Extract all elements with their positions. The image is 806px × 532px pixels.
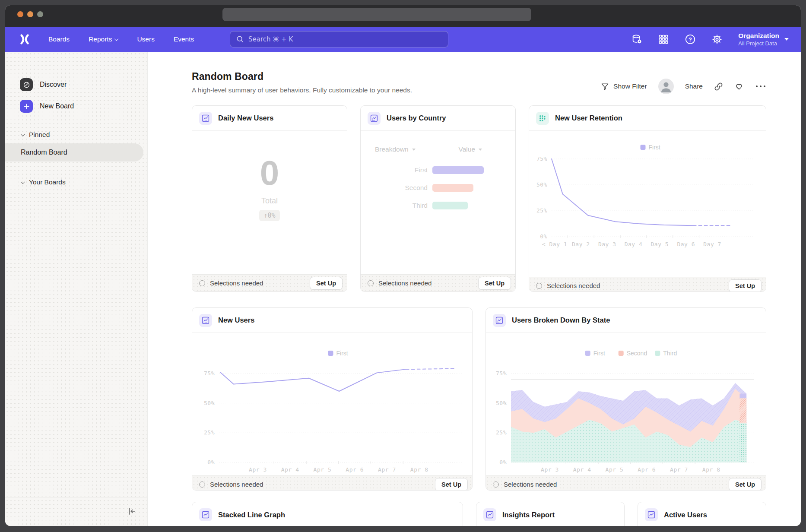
top-nav: Boards Reports Users Events [5, 27, 801, 52]
window-close-button[interactable] [17, 11, 23, 17]
share-button[interactable]: Share [685, 82, 703, 90]
svg-text:Apr 3: Apr 3 [541, 466, 559, 473]
bar-label: First [361, 166, 428, 174]
svg-text:Apr 8: Apr 8 [702, 466, 720, 473]
data-management-icon[interactable] [631, 34, 642, 45]
sidebar-section-pinned[interactable]: Pinned [5, 129, 147, 141]
set-up-button[interactable]: Set Up [435, 478, 468, 491]
avatar[interactable] [658, 79, 674, 94]
cards-row-1: Daily New Users 0 Total ↑0% Selections n… [192, 105, 766, 292]
copy-link-button[interactable] [714, 82, 723, 91]
more-options-button[interactable] [755, 84, 766, 89]
status-text: Selections needed [504, 481, 557, 488]
line-chart-icon [368, 112, 381, 125]
metric-change-badge: ↑0% [259, 210, 279, 221]
card-users-by-state: Users Broken Down By State 0%25%50%75%Ap… [486, 307, 766, 491]
mixpanel-logo-icon[interactable] [19, 34, 30, 45]
metric-label: Total [261, 196, 278, 206]
nav-item-users[interactable]: Users [137, 35, 154, 43]
compass-icon [20, 78, 33, 91]
section-label: Your Boards [29, 178, 66, 186]
nav-item-reports[interactable]: Reports [89, 35, 118, 43]
svg-text:Apr 8: Apr 8 [410, 466, 428, 473]
svg-text:Day 2: Day 2 [572, 241, 590, 247]
search-input[interactable] [248, 35, 442, 43]
card-stacked-line-graph: Stacked Line Graph [192, 502, 463, 526]
window-titlebar [5, 5, 801, 27]
help-icon[interactable]: ? [685, 34, 696, 45]
svg-text:First: First [649, 144, 660, 151]
svg-text:Apr 5: Apr 5 [314, 466, 332, 473]
bar-row: Third [361, 202, 515, 209]
card-header: Daily New Users [192, 106, 347, 131]
stacked-area-chart: 0%25%50%75%Apr 3Apr 4Apr 5Apr 6Apr 7Apr … [486, 333, 766, 474]
card-title: New User Retention [555, 114, 622, 122]
svg-text:75%: 75% [496, 370, 507, 377]
show-filter-button[interactable]: Show Filter [601, 82, 647, 91]
set-up-button[interactable]: Set Up [310, 277, 343, 290]
card-title: Stacked Line Graph [218, 511, 285, 519]
favorite-button[interactable] [734, 82, 744, 91]
svg-text:50%: 50% [496, 400, 507, 406]
svg-text:Day 5: Day 5 [651, 241, 669, 247]
value-dropdown[interactable]: Value [459, 146, 482, 153]
screen: Boards Reports Users Events [0, 0, 806, 532]
card-insights-report: Insights Report [476, 502, 625, 526]
card-header: Users by Country [361, 106, 515, 131]
svg-text:25%: 25% [536, 207, 547, 214]
collapse-sidebar-icon[interactable] [127, 506, 137, 516]
svg-text:75%: 75% [204, 370, 215, 377]
radio-circle-icon [536, 283, 542, 289]
line-chart-icon [493, 314, 506, 327]
breakdown-dropdown[interactable]: Breakdown [375, 146, 416, 153]
filter-icon [601, 82, 609, 91]
heart-icon [734, 82, 744, 91]
svg-text:Apr 6: Apr 6 [346, 466, 364, 473]
org-project: All Project Data [738, 40, 779, 47]
board-content: Random Board A high-level summary of use… [148, 52, 801, 526]
plus-icon [20, 100, 33, 113]
retention-line-chart: 0%25%50%75%< Day 1Day 2Day 3Day 4Day 5Da… [529, 131, 766, 275]
nav-item-label: Boards [48, 35, 70, 43]
nav-item-boards[interactable]: Boards [48, 35, 70, 43]
nav-item-label: Reports [89, 35, 112, 43]
svg-text:Third: Third [663, 350, 677, 357]
sidebar-section-your-boards[interactable]: Your Boards [5, 176, 147, 188]
card-title: Users by Country [387, 114, 446, 122]
org-name: Organization [738, 32, 779, 40]
global-search[interactable] [230, 31, 448, 48]
window-zoom-button[interactable] [37, 11, 43, 17]
settings-gear-icon[interactable] [711, 34, 723, 45]
sidebar-item-random-board[interactable]: Random Board [5, 143, 143, 162]
nav-item-events[interactable]: Events [174, 35, 194, 43]
set-up-button[interactable]: Set Up [729, 478, 762, 491]
link-icon [714, 82, 723, 91]
chevron-down-icon [21, 132, 25, 136]
card-header: New User Retention [529, 106, 766, 131]
set-up-button[interactable]: Set Up [478, 277, 511, 290]
sidebar-item-new-board[interactable]: New Board [5, 98, 147, 114]
svg-text:50%: 50% [536, 181, 547, 188]
bar-row: Second [361, 184, 515, 192]
svg-text:Day 7: Day 7 [703, 241, 721, 247]
window-minimize-button[interactable] [27, 11, 33, 17]
svg-text:First: First [593, 350, 605, 357]
svg-text:0%: 0% [207, 459, 215, 466]
svg-text:Apr 3: Apr 3 [249, 466, 267, 473]
set-up-button[interactable]: Set Up [729, 279, 762, 292]
show-filter-label: Show Filter [613, 82, 647, 90]
apps-grid-icon[interactable] [658, 34, 669, 45]
sidebar-item-discover[interactable]: Discover [5, 77, 147, 92]
new-users-line-chart: 0%25%50%75%Apr 3Apr 4Apr 5Apr 6Apr 7Apr … [192, 333, 472, 474]
svg-text:Second: Second [627, 350, 647, 357]
org-switcher[interactable]: Organization All Project Data [738, 32, 789, 47]
retention-chart: 0%25%50%75%< Day 1Day 2Day 3Day 4Day 5Da… [529, 131, 766, 277]
browser-url-bar[interactable] [222, 8, 531, 21]
bar-row: First [361, 166, 515, 174]
chevron-down-icon [784, 38, 789, 41]
nav-right-cluster: ? Organization All Project Data [631, 32, 789, 47]
svg-text:Day 4: Day 4 [625, 241, 643, 247]
sidebar-divider [5, 497, 147, 497]
svg-text:< Day 1: < Day 1 [542, 241, 567, 247]
card-header: New Users [192, 308, 472, 333]
